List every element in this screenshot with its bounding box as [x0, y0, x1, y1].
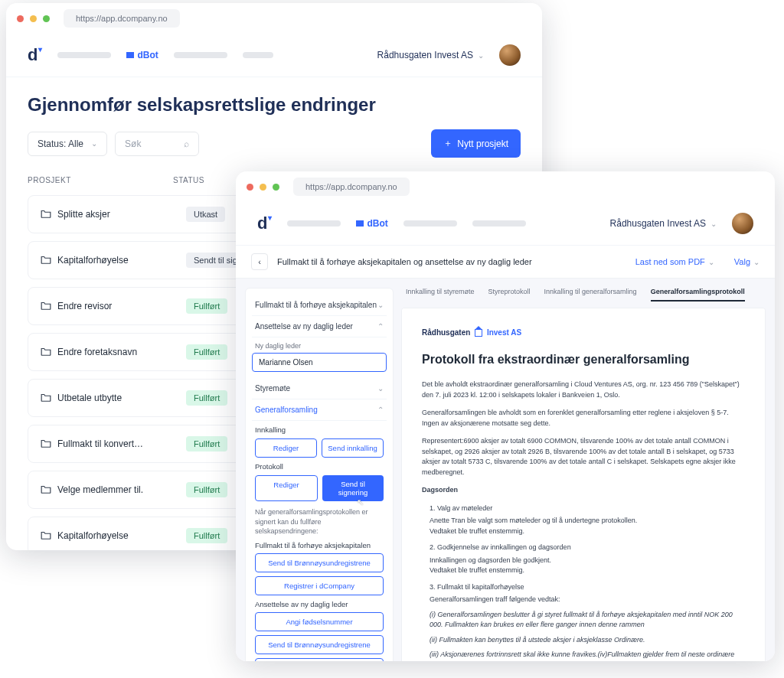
doc-text: Vedtaket ble truffet enstemmig. — [430, 566, 745, 576]
doc-paragraph: Generalforsamlingen ble avholdt som en f… — [422, 408, 745, 429]
chevron-up-icon: ⌃ — [377, 406, 384, 414]
doc-italic: (iii) Aksjonærenes fortrinnsrett skal ik… — [430, 650, 745, 661]
doc-paragraph: Representert:6900 aksjer av totalt 6900 … — [422, 436, 745, 478]
max-dot[interactable] — [43, 15, 50, 22]
logo[interactable]: d▾ — [257, 214, 272, 233]
close-dot[interactable] — [17, 15, 24, 22]
doc-italic: (ii) Fullmakten kan benyttes til å utste… — [430, 635, 745, 646]
status-badge: Fullført — [186, 436, 227, 451]
project-name: Endre revisor — [57, 301, 186, 311]
rediger-protokoll-button[interactable]: Rediger — [255, 475, 318, 501]
top-nav: d▾ dBot Rådhusgaten Invest AS⌄ — [236, 202, 775, 246]
send-bronnoysund-button-2[interactable]: Send til Brønnøysundregistrene — [255, 635, 384, 654]
status-filter[interactable]: Status: Alle⌄ — [28, 132, 107, 156]
breadcrumb: Fullmakt til å forhøye aksjekapitalen og… — [277, 257, 626, 266]
folder-icon — [41, 209, 57, 220]
accordion-generalforsamling[interactable]: Generalforsamling⌃ — [252, 399, 387, 421]
status-badge: Fullført — [186, 528, 227, 543]
angi-fnr-button[interactable]: Angi fødselsnummer — [255, 612, 384, 631]
status-badge: Fullført — [186, 482, 227, 497]
document-editor-window: https://app.dcompany.no d▾ dBot Rådhusga… — [236, 171, 775, 661]
cursor-icon: ↖ — [357, 497, 364, 507]
status-badge: Fullført — [186, 344, 227, 360]
tab-innkalling-gf[interactable]: Innkalling til generalforsamling — [544, 288, 637, 302]
nav-item-placeholder[interactable] — [287, 220, 341, 227]
doc-heading: Protokoll fra ekstraordinær generalforsa… — [422, 350, 745, 369]
send-bronnoysund-button[interactable]: Send til Brønnøysundregistrene — [255, 553, 384, 572]
accordion-ansettelse[interactable]: Ansettelse av ny daglig leder⌃ — [252, 316, 387, 337]
folder-icon — [41, 484, 57, 496]
company-selector[interactable]: Rådhusgaten Invest AS⌄ — [610, 218, 717, 229]
section-label: Ansettelse av ny daglig leder — [255, 600, 384, 608]
chevron-down-icon: ⌄ — [710, 220, 717, 228]
project-name: Utbetale utbytte — [57, 393, 186, 403]
chevron-down-icon: ⌄ — [377, 384, 384, 393]
project-name: Kapitalforhøyelse — [57, 255, 186, 266]
download-pdf-link[interactable]: Last ned som PDF⌄ — [635, 257, 714, 266]
chevron-down-icon: ⌄ — [377, 301, 384, 309]
search-icon: ⌕ — [184, 139, 189, 149]
section-label: Innkalling — [255, 425, 384, 434]
doc-text: Vedtaket ble truffet enstemmig. — [430, 526, 745, 537]
doc-list-item: 2. Godkjennelse av innkallingen og dagso… — [430, 543, 745, 553]
registrer-dcompany-button-2[interactable]: Registrer i dCompany — [255, 658, 384, 661]
daglig-leder-input[interactable] — [252, 353, 387, 372]
doc-italic: (i) Generalforsamlingen beslutter å gi s… — [430, 610, 745, 631]
max-dot[interactable] — [273, 184, 279, 191]
company-selector[interactable]: Rådhusgaten Invest AS⌄ — [377, 50, 484, 60]
browser-chrome: https://app.dcompany.no — [236, 171, 775, 202]
side-panel: Fullmakt til å forhøye aksjekapitalen⌄ A… — [245, 288, 394, 661]
dbot-link[interactable]: dBot — [356, 218, 387, 229]
rediger-innkalling-button[interactable]: Rediger — [255, 438, 317, 458]
send-innkalling-button[interactable]: Send innkalling — [322, 438, 384, 458]
dbot-link[interactable]: dBot — [126, 50, 158, 60]
document-preview[interactable]: Rådhusgaten Invest AS Protokoll fra ekst… — [401, 308, 766, 661]
project-name: Fullmakt til konvert… — [57, 438, 186, 449]
project-name: Kapitalforhøyelse — [57, 530, 186, 541]
page-title: Gjennomfør selskapsrettslige endringer — [28, 94, 521, 116]
doc-paragraph: Det ble avholdt ekstraordinær generalfor… — [422, 380, 745, 400]
flag-icon — [126, 52, 134, 58]
plus-icon: ＋ — [443, 137, 452, 150]
min-dot[interactable] — [260, 184, 266, 191]
nav-item-placeholder[interactable] — [403, 220, 457, 227]
nav-item-placeholder[interactable] — [174, 52, 227, 58]
tab-styreprotokoll[interactable]: Styreprotokoll — [488, 288, 531, 302]
min-dot[interactable] — [30, 15, 37, 22]
project-name: Velge medlemmer til. — [57, 484, 186, 495]
registrer-dcompany-button[interactable]: Registrer i dCompany — [255, 576, 384, 595]
folder-icon — [41, 255, 57, 266]
field-label: Ny daglig leder — [255, 342, 384, 350]
folder-icon — [41, 347, 57, 358]
avatar[interactable] — [499, 44, 521, 66]
tab-innkalling-styremote[interactable]: Innkalling til styremøte — [406, 288, 475, 302]
nav-item-placeholder[interactable] — [57, 52, 111, 58]
avatar[interactable] — [732, 213, 753, 234]
doc-text: Generalforsamlingen traff følgende vedta… — [430, 595, 745, 605]
folder-icon — [41, 438, 57, 450]
send-signering-button[interactable]: Send til signering↖ — [322, 475, 384, 501]
browser-chrome: https://app.dcompany.no — [6, 3, 542, 34]
logo[interactable]: d▾ — [28, 45, 42, 65]
close-dot[interactable] — [247, 184, 253, 191]
search-input[interactable]: Søk⌕ — [115, 132, 199, 156]
nav-item-placeholder[interactable] — [472, 220, 526, 227]
section-label: Protokoll — [255, 462, 384, 471]
new-project-button[interactable]: ＋Nytt prosjekt — [431, 129, 521, 158]
nav-item-placeholder[interactable] — [243, 52, 273, 58]
folder-icon — [41, 301, 57, 312]
doc-subheading: Dagsorden — [422, 485, 745, 496]
url-bar[interactable]: https://app.dcompany.no — [293, 178, 410, 196]
tab-gf-protokoll[interactable]: Generalforsamlingsprotokoll — [651, 288, 745, 302]
chevron-down-icon: ⌄ — [478, 51, 484, 60]
options-link[interactable]: Valg⌄ — [734, 257, 760, 266]
chevron-up-icon: ⌃ — [377, 322, 384, 331]
accordion-styremote[interactable]: Styremøte⌄ — [252, 378, 387, 399]
status-badge: Fullført — [186, 390, 227, 406]
accordion-fullmakt[interactable]: Fullmakt til å forhøye aksjekapitalen⌄ — [252, 295, 387, 316]
house-icon — [475, 329, 482, 337]
folder-icon — [41, 393, 57, 404]
back-button[interactable]: ‹ — [251, 253, 268, 270]
doc-text: Innkallingen og dagsorden ble godkjent. — [430, 556, 745, 566]
url-bar[interactable]: https://app.dcompany.no — [64, 9, 180, 28]
